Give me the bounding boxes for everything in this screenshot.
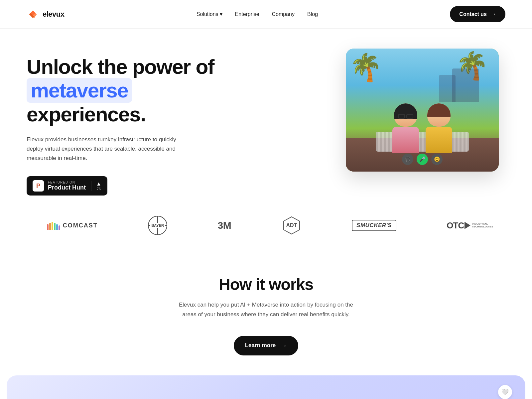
nav-item-blog[interactable]: Blog — [307, 11, 318, 17]
emoji-control[interactable]: 😊 — [431, 154, 443, 165]
otc-sublabel: INDUSTRIAL TECHNOLOGIES — [472, 223, 485, 229]
building-2 — [439, 75, 456, 102]
contact-button[interactable]: Contact us → — [450, 6, 505, 22]
bayer-circle: BAYER — [148, 216, 167, 235]
how-title: How it works — [27, 275, 505, 294]
otc-arrow-icon — [464, 221, 471, 230]
heart-button[interactable]: 🤍 — [498, 385, 512, 399]
hero-headline: Unlock the power of metaverse experience… — [27, 55, 214, 126]
avatar-1-glasses — [398, 114, 413, 119]
chevron-down-icon: ▾ — [220, 11, 222, 17]
product-hunt-badge[interactable]: P FEATURED ON Product Hunt ▲ 76 — [27, 176, 107, 196]
navbar: elevux Solutions ▾ Enterprise Company Bl… — [0, 0, 532, 29]
metaverse-scene: 🌴 🌴 — [346, 49, 499, 172]
heart-icon: 🤍 — [501, 388, 509, 396]
hero-text-block: Unlock the power of metaverse experience… — [27, 49, 214, 196]
avatar-2 — [426, 103, 452, 153]
logo-smuckers: SMUCKER'S — [352, 220, 396, 231]
logo-icon — [27, 8, 39, 21]
logo-otc: OTC INDUSTRIAL TECHNOLOGIES — [447, 220, 485, 231]
logo-adt: ADT — [282, 215, 302, 235]
arrow-right-icon: → — [280, 342, 287, 349]
logo-3m: 3M — [218, 220, 231, 231]
3m-label: 3M — [218, 220, 231, 231]
how-subtitle: Elevux can help you put AI + Metaverse i… — [176, 300, 356, 319]
logos-section: COMCAST BAYER 3M ADT SMUCKER'S OT — [0, 209, 532, 255]
comcast-peacock-icon — [47, 221, 60, 230]
nav-item-enterprise[interactable]: Enterprise — [235, 11, 259, 17]
nav-item-solutions[interactable]: Solutions ▾ — [197, 11, 222, 17]
how-it-works-section: How it works Elevux can help you put AI … — [0, 255, 532, 375]
logo-comcast: COMCAST — [47, 221, 98, 230]
logo[interactable]: elevux — [27, 8, 65, 21]
bottom-strip: 🤍 — [7, 375, 525, 399]
smuckers-label: SMUCKER'S — [352, 220, 396, 231]
comcast-label: COMCAST — [63, 222, 98, 229]
scene-controls[interactable]: 🎧 🎤 😊 — [402, 154, 443, 165]
product-hunt-icon: P — [33, 180, 44, 192]
avatar-2-body — [426, 127, 452, 153]
hero-highlight-word: metaverse — [27, 78, 132, 102]
palm-tree-left: 🌴 — [349, 52, 382, 83]
avatar-1 — [392, 103, 419, 153]
avatar-2-head — [427, 103, 451, 127]
headphone-control[interactable]: 🎧 — [402, 154, 413, 165]
avatar-2-hair — [427, 103, 451, 117]
nav-item-company[interactable]: Company — [272, 11, 295, 17]
hero-image: 🌴 🌴 — [346, 49, 505, 172]
svg-marker-2 — [465, 222, 470, 229]
nav-links: Solutions ▾ Enterprise Company Blog — [197, 11, 318, 17]
microphone-control[interactable]: 🎤 — [417, 154, 428, 165]
adt-hexagon-icon: ADT — [282, 215, 302, 235]
avatar-1-head — [394, 103, 417, 127]
arrow-right-icon: → — [490, 11, 496, 18]
hero-section: Unlock the power of metaverse experience… — [0, 29, 532, 209]
product-hunt-votes: ▲ 76 — [91, 181, 101, 191]
svg-text:ADT: ADT — [286, 222, 297, 228]
logo-bayer: BAYER — [148, 216, 167, 235]
otc-label: OTC — [447, 220, 464, 231]
avatars-container — [392, 103, 452, 153]
logo-text: elevux — [43, 10, 65, 19]
hero-subtext: Elevux provides businesses turnkey infra… — [27, 135, 180, 163]
building-1 — [452, 68, 479, 102]
avatar-1-body — [392, 127, 419, 153]
learn-more-button[interactable]: Learn more → — [234, 336, 299, 355]
